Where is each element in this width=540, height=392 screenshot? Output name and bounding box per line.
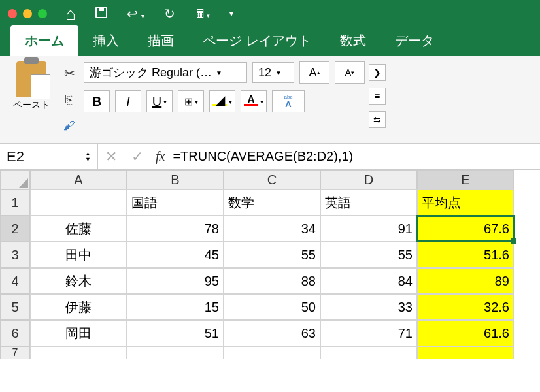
- cell-d2[interactable]: 91: [320, 216, 417, 242]
- clipboard-mini: [59, 61, 80, 138]
- customize-qat-icon[interactable]: ▾: [229, 9, 233, 18]
- minimize-button[interactable]: [23, 9, 32, 18]
- paste-label: ペースト: [13, 99, 50, 111]
- cell-d6[interactable]: 71: [320, 320, 417, 346]
- font-name-select[interactable]: 游ゴシック Regular (… ▼: [84, 62, 247, 83]
- titlebar: ↩ ▾ ↻ 🖩▾ ▾: [0, 0, 540, 27]
- cell-c3[interactable]: 55: [224, 242, 320, 268]
- row-header-7[interactable]: 7: [0, 346, 30, 359]
- font-size-value: 12: [258, 66, 271, 80]
- formula-input[interactable]: [170, 149, 540, 164]
- cell-a4[interactable]: 鈴木: [30, 268, 127, 294]
- border-button[interactable]: ⊞▾: [178, 90, 204, 112]
- name-box[interactable]: E2 ▲▼: [0, 144, 98, 170]
- cell-e1[interactable]: 平均点: [417, 189, 514, 216]
- expand-button[interactable]: ❯: [369, 64, 386, 81]
- phonetic-guide-button[interactable]: abc A: [272, 90, 305, 112]
- row-header-5[interactable]: 5: [0, 294, 30, 320]
- font-name-value: 游ゴシック Regular (…: [90, 65, 212, 80]
- cell-c2[interactable]: 34: [224, 216, 320, 242]
- ribbon: ペースト 游ゴシック Regular (… ▼ 12 ▼ A▴ A▾ B I U…: [0, 56, 540, 144]
- chevron-down-icon: ▼: [275, 69, 282, 76]
- tab-formulas[interactable]: 数式: [326, 25, 380, 56]
- save-icon[interactable]: [95, 7, 107, 22]
- close-button[interactable]: [8, 9, 17, 18]
- cell-e5[interactable]: 32.6: [417, 294, 514, 320]
- tab-draw[interactable]: 描画: [133, 25, 188, 56]
- redo-icon[interactable]: ↻: [164, 6, 175, 22]
- row-header-4[interactable]: 4: [0, 268, 30, 294]
- underline-button[interactable]: U▾: [146, 90, 173, 112]
- italic-button[interactable]: I: [115, 90, 141, 112]
- cell-b5[interactable]: 15: [127, 294, 224, 320]
- decrease-font-button[interactable]: A▾: [335, 61, 365, 84]
- cell-a7[interactable]: [30, 346, 127, 359]
- format-painter-button[interactable]: [59, 116, 80, 135]
- undo-icon[interactable]: ↩ ▾: [127, 6, 145, 22]
- cell-c1[interactable]: 数学: [224, 189, 320, 216]
- tab-home[interactable]: ホーム: [10, 25, 78, 56]
- cell-b7[interactable]: [127, 346, 224, 359]
- cell-d4[interactable]: 84: [320, 268, 417, 294]
- ribbon-tabs: ホーム 挿入 描画 ページ レイアウト 数式 データ: [0, 27, 540, 56]
- cell-a6[interactable]: 岡田: [30, 320, 127, 346]
- cell-b4[interactable]: 95: [127, 268, 224, 294]
- cell-d3[interactable]: 55: [320, 242, 417, 268]
- cell-e2[interactable]: 67.6: [417, 216, 514, 242]
- cell-a1[interactable]: [30, 189, 127, 216]
- paste-button[interactable]: ペースト: [13, 61, 50, 111]
- row-header-1[interactable]: 1: [0, 189, 30, 216]
- cell-c7[interactable]: [224, 346, 320, 359]
- cell-e6[interactable]: 61.6: [417, 320, 514, 346]
- cell-c6[interactable]: 63: [224, 320, 320, 346]
- cell-a5[interactable]: 伊藤: [30, 294, 127, 320]
- copy-button[interactable]: [59, 90, 80, 108]
- cell-c5[interactable]: 50: [224, 294, 320, 320]
- namebox-stepper[interactable]: ▲▼: [85, 151, 91, 163]
- select-all-corner[interactable]: [0, 170, 30, 189]
- font-color-button[interactable]: A▾: [241, 90, 267, 112]
- calculator-icon[interactable]: 🖩▾: [195, 7, 210, 21]
- row-header-3[interactable]: 3: [0, 242, 30, 268]
- home-icon[interactable]: [65, 4, 76, 24]
- cell-c4[interactable]: 88: [224, 268, 320, 294]
- fill-bucket-icon: ◢: [212, 96, 227, 106]
- col-header-d[interactable]: D: [320, 170, 417, 189]
- tab-pagelayout[interactable]: ページ レイアウト: [188, 25, 326, 56]
- cell-e4[interactable]: 89: [417, 268, 514, 294]
- col-header-b[interactable]: B: [127, 170, 224, 189]
- fill-color-button[interactable]: ◢▾: [209, 90, 235, 112]
- col-header-c[interactable]: C: [224, 170, 320, 189]
- cancel-formula-button[interactable]: ✕: [98, 148, 124, 165]
- confirm-formula-button[interactable]: ✓: [124, 148, 150, 165]
- cell-a2[interactable]: 佐藤: [30, 216, 127, 242]
- cell-a3[interactable]: 田中: [30, 242, 127, 268]
- cell-b2[interactable]: 78: [127, 216, 224, 242]
- cell-b3[interactable]: 45: [127, 242, 224, 268]
- cell-d7[interactable]: [320, 346, 417, 359]
- bold-button[interactable]: B: [84, 90, 110, 112]
- row-header-6[interactable]: 6: [0, 320, 30, 346]
- font-group: 游ゴシック Regular (… ▼ 12 ▼ A▴ A▾ B I U▾ ⊞▾ …: [84, 61, 365, 138]
- cell-d5[interactable]: 33: [320, 294, 417, 320]
- ribbon-right: ❯ ≡ ⇆: [369, 61, 386, 138]
- align-group-icon[interactable]: ≡: [369, 88, 386, 105]
- font-size-select[interactable]: 12 ▼: [252, 62, 294, 83]
- cell-e3[interactable]: 51.6: [417, 242, 514, 268]
- tab-data[interactable]: データ: [380, 25, 448, 56]
- font-color-icon: A: [244, 96, 258, 106]
- maximize-button[interactable]: [38, 9, 47, 18]
- formula-bar: E2 ▲▼ ✕ ✓ fx: [0, 144, 540, 170]
- cut-button[interactable]: [59, 64, 80, 82]
- collapse-ribbon-icon[interactable]: ⇆: [369, 111, 386, 128]
- row-header-2[interactable]: 2: [0, 216, 30, 242]
- cell-e7[interactable]: [417, 346, 514, 359]
- tab-insert[interactable]: 挿入: [78, 25, 133, 56]
- col-header-a[interactable]: A: [30, 170, 127, 189]
- increase-font-button[interactable]: A▴: [299, 61, 329, 84]
- cell-b6[interactable]: 51: [127, 320, 224, 346]
- col-header-e[interactable]: E: [417, 170, 514, 189]
- cell-d1[interactable]: 英語: [320, 189, 417, 216]
- cell-b1[interactable]: 国語: [127, 189, 224, 216]
- fx-icon[interactable]: fx: [150, 149, 170, 164]
